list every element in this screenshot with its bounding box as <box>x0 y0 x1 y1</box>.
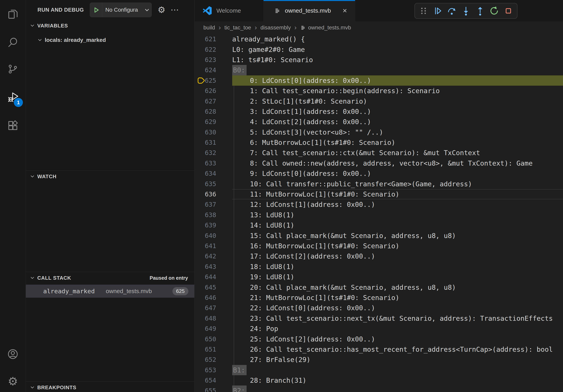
line-number-gutter[interactable]: 633 <box>195 158 232 168</box>
code-line-content[interactable]: 5: LdConst[3](vector<u8>: "" /..) <box>232 127 563 137</box>
tab-owned-tests[interactable]: owned_tests.mvb <box>264 0 355 21</box>
more-actions-icon[interactable]: ⋯ <box>170 6 179 14</box>
code-line-content[interactable]: 4: LdConst[2](address: 0x00..) <box>232 117 563 127</box>
settings-gear-icon[interactable]: ⚙ <box>0 370 26 392</box>
step-over-button[interactable] <box>446 5 458 17</box>
debug-settings-gear-icon[interactable]: ⚙ <box>158 6 165 14</box>
line-number-gutter[interactable]: 634 <box>195 168 232 179</box>
line-number-gutter[interactable]: 642 <box>195 251 232 261</box>
code-line-content[interactable]: 15: Call place_mark(&mut Scenario, addre… <box>232 230 563 241</box>
line-number-gutter[interactable]: 648 <box>195 313 232 324</box>
code-line-content[interactable]: 23: Call test_scenario::next_tx(&mut Sce… <box>232 313 563 324</box>
line-number-gutter[interactable]: 630 <box>195 127 232 137</box>
code-line-content[interactable]: 19: LdU8(1) <box>232 272 563 282</box>
line-number-gutter[interactable]: 621 <box>195 34 232 44</box>
code-line-content[interactable]: 26: Call test_scenario::has_most_recent_… <box>232 344 563 354</box>
code-line-content[interactable]: 8: Call owned::new(address, address, vec… <box>232 158 563 168</box>
line-number-gutter[interactable]: 635 <box>195 179 232 189</box>
code-line-content[interactable]: 10: Call transfer::public_transfer<Game>… <box>232 179 563 189</box>
line-number-gutter[interactable]: 623 <box>195 55 232 65</box>
continue-button[interactable] <box>432 5 444 17</box>
line-number-gutter[interactable]: 625 <box>195 75 232 86</box>
code-line-content[interactable]: 9: LdConst[0](address: 0x00..) <box>232 168 563 179</box>
account-icon[interactable] <box>0 343 26 365</box>
code-line-content[interactable]: 3: LdConst[1](address: 0x00..) <box>232 106 563 117</box>
line-number-gutter[interactable]: 622 <box>195 44 232 54</box>
code-line-content[interactable]: 21: MutBorrowLoc[1](ts#1#0: Scenario) <box>232 292 563 303</box>
breadcrumb-item-tic-tac-toe[interactable]: tic_tac_toe <box>225 25 251 31</box>
tab-welcome[interactable]: Welcome <box>195 0 264 21</box>
start-debugging-icon[interactable] <box>90 3 102 17</box>
line-number-gutter[interactable]: 654 <box>195 375 232 385</box>
locals-scope-row[interactable]: locals: already_marked <box>26 34 194 46</box>
line-number-gutter[interactable]: 638 <box>195 210 232 220</box>
line-number-gutter[interactable]: 624 <box>195 65 232 75</box>
line-number-gutter[interactable]: 643 <box>195 261 232 272</box>
stop-button[interactable] <box>502 5 514 17</box>
code-line-content[interactable]: 14: LdU8(1) <box>232 220 563 230</box>
line-number-gutter[interactable]: 650 <box>195 334 232 344</box>
breadcrumb-item-disassembly[interactable]: disassembly <box>260 25 291 31</box>
code-line-content[interactable]: 2: StLoc[1](ts#1#0: Scenario) <box>232 96 563 106</box>
toolbar-drag-handle[interactable] <box>417 5 430 17</box>
code-line-content[interactable]: 7: Call test_scenario::ctx(&mut Scenario… <box>232 148 563 158</box>
line-number-gutter[interactable]: 647 <box>195 303 232 313</box>
code-line-content[interactable]: L0: game#2#0: Game <box>232 44 563 54</box>
close-icon[interactable] <box>342 8 348 14</box>
code-line-content[interactable]: 16: MutBorrowLoc[1](ts#1#0: Scenario) <box>232 241 563 251</box>
code-line-content[interactable]: 18: LdU8(1) <box>232 261 563 272</box>
step-out-button[interactable] <box>474 5 486 17</box>
line-number-gutter[interactable]: 645 <box>195 282 232 292</box>
line-number-gutter[interactable]: 653 <box>195 365 232 375</box>
stack-frame-row[interactable]: already_marked owned_tests.mvb 625 <box>26 285 194 298</box>
run-and-debug-icon[interactable]: 1 <box>0 86 26 108</box>
code-line-content[interactable]: 6: MutBorrowLoc[1](ts#1#0: Scenario) <box>232 137 563 148</box>
code-line-content[interactable]: 17: LdConst[2](address: 0x00..) <box>232 251 563 261</box>
step-into-button[interactable] <box>460 5 472 17</box>
code-line-content[interactable]: B0: <box>232 65 563 75</box>
line-number-gutter[interactable]: 639 <box>195 220 232 230</box>
restart-button[interactable] <box>488 5 500 17</box>
line-number-gutter[interactable]: 651 <box>195 344 232 354</box>
extensions-icon[interactable] <box>0 115 26 137</box>
code-line-content[interactable]: 11: MutBorrowLoc[1](ts#1#0: Scenario) <box>232 189 563 199</box>
code-line-content[interactable]: 22: LdConst[0](address: 0x00..) <box>232 303 563 313</box>
line-number-gutter[interactable]: 626 <box>195 86 232 96</box>
code-line-content[interactable]: 13: LdU8(1) <box>232 210 563 220</box>
line-number-gutter[interactable]: 627 <box>195 96 232 106</box>
line-number-gutter[interactable]: 655 <box>195 385 232 392</box>
code-line-content[interactable]: 25: LdConst[2](address: 0x00..) <box>232 334 563 344</box>
code-line-content[interactable]: B2: <box>232 385 563 392</box>
code-line-content[interactable]: 1: Call test_scenario::begin(address): S… <box>232 86 563 96</box>
debug-configuration-dropdown[interactable]: No Configura <box>90 2 152 17</box>
line-number-gutter[interactable]: 637 <box>195 199 232 210</box>
breakpoints-section-header[interactable]: BREAKPOINTS <box>26 381 194 392</box>
breadcrumb-file[interactable]: owned_tests.mvb <box>300 25 351 31</box>
line-number-gutter[interactable]: 644 <box>195 272 232 282</box>
line-number-gutter[interactable]: 628 <box>195 106 232 117</box>
code-line-content[interactable]: 24: Pop <box>232 324 563 334</box>
line-number-gutter[interactable]: 631 <box>195 137 232 148</box>
source-control-icon[interactable] <box>0 58 26 80</box>
line-number-gutter[interactable]: 632 <box>195 148 232 158</box>
breadcrumb-item-build[interactable]: build <box>203 25 215 31</box>
code-line-content[interactable]: L1: ts#1#0: Scenario <box>232 55 563 65</box>
code-line-content[interactable]: already_marked() { <box>232 34 563 44</box>
variables-section-header[interactable]: VARIABLES <box>26 20 194 32</box>
line-number-gutter[interactable]: 629 <box>195 117 232 127</box>
line-number-gutter[interactable]: 636 <box>195 189 232 199</box>
code-line-content[interactable]: 28: Branch(31) <box>232 375 563 385</box>
line-number-gutter[interactable]: 641 <box>195 241 232 251</box>
line-number-gutter[interactable]: 649 <box>195 324 232 334</box>
code-line-content[interactable]: 12: LdConst[1](address: 0x00..) <box>232 199 563 210</box>
search-icon[interactable] <box>0 31 26 53</box>
code-line-content[interactable]: B1: <box>232 365 563 375</box>
watch-section-header[interactable]: WATCH <box>26 170 194 182</box>
code-line-content[interactable]: 0: LdConst[0](address: 0x00..) <box>232 75 563 86</box>
line-number-gutter[interactable]: 640 <box>195 230 232 241</box>
code-line-content[interactable]: 20: Call place_mark(&mut Scenario, addre… <box>232 282 563 292</box>
code-line-content[interactable]: 27: BrFalse(29) <box>232 354 563 365</box>
line-number-gutter[interactable]: 646 <box>195 292 232 303</box>
call-stack-section-header[interactable]: CALL STACK Paused on entry <box>26 272 194 284</box>
line-number-gutter[interactable]: 652 <box>195 354 232 365</box>
